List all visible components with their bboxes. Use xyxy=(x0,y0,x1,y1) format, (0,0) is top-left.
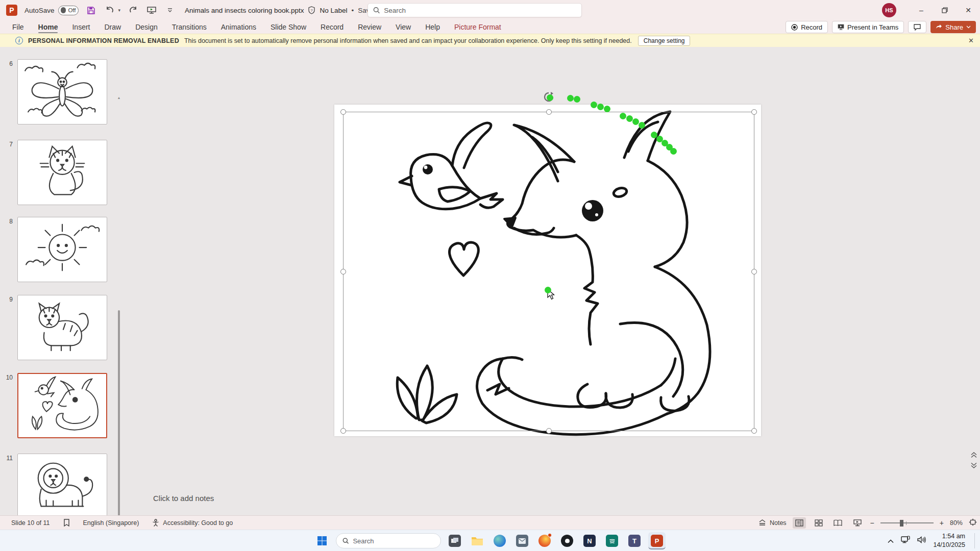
zoom-out-button[interactable]: − xyxy=(870,519,874,527)
tab-home[interactable]: Home xyxy=(31,21,65,33)
save-icon[interactable] xyxy=(86,5,97,16)
resize-handle-ne[interactable] xyxy=(751,109,757,115)
network-icon[interactable] xyxy=(901,536,910,546)
search-box[interactable] xyxy=(368,3,582,17)
slide-thumbnail-8[interactable]: 8 xyxy=(0,217,125,282)
ink-trail-dot xyxy=(632,118,639,125)
spotify-icon[interactable] xyxy=(603,532,621,549)
edge-browser-icon[interactable] xyxy=(491,532,508,549)
thumbnail-tiger[interactable] xyxy=(17,295,107,360)
tab-help[interactable]: Help xyxy=(418,21,447,33)
notion-icon[interactable]: N xyxy=(581,532,598,549)
powerpoint-taskbar-icon[interactable]: P xyxy=(648,532,666,549)
tab-file[interactable]: File xyxy=(5,21,31,33)
zoom-in-button[interactable]: + xyxy=(940,519,944,527)
minimize-button[interactable]: – xyxy=(910,0,933,20)
firefox-icon[interactable] xyxy=(536,532,553,549)
tab-draw[interactable]: Draw xyxy=(97,21,128,33)
tab-design[interactable]: Design xyxy=(128,21,165,33)
thumbnail-sun[interactable] xyxy=(17,217,107,282)
file-explorer-icon[interactable] xyxy=(469,532,486,549)
language-indicator[interactable]: English (Singapore) xyxy=(83,519,139,527)
slide-sorter-view-button[interactable] xyxy=(812,517,825,529)
slide-thumbnail-7[interactable]: 7 xyxy=(0,140,125,205)
notes-toggle[interactable]: Notes xyxy=(758,519,787,527)
share-button[interactable]: Share xyxy=(930,21,976,33)
task-view-icon[interactable] xyxy=(446,532,463,549)
slide-number: 10 xyxy=(0,373,17,438)
previous-slide-button[interactable] xyxy=(971,452,977,458)
picture-selection-box[interactable] xyxy=(343,112,754,431)
restore-button[interactable] xyxy=(933,0,957,20)
close-button[interactable]: ✕ xyxy=(957,0,980,20)
tab-view[interactable]: View xyxy=(388,21,418,33)
spellcheck-icon[interactable] xyxy=(63,519,70,527)
show-desktop-button[interactable] xyxy=(974,533,976,548)
volume-icon[interactable] xyxy=(917,536,926,545)
share-icon xyxy=(936,24,942,30)
normal-view-button[interactable] xyxy=(793,517,806,529)
start-slideshow-icon[interactable] xyxy=(146,5,157,16)
title-separator: • xyxy=(352,7,354,14)
slide-thumbnail-6[interactable]: 6 xyxy=(0,59,125,124)
toolbar-overflow-icon[interactable] xyxy=(164,5,176,16)
tray-chevron-icon[interactable] xyxy=(888,536,894,545)
tab-insert[interactable]: Insert xyxy=(65,21,97,33)
taskbar-clock[interactable]: 1:54 am 14/10/2025 xyxy=(933,532,965,549)
undo-icon[interactable] xyxy=(104,5,115,16)
thumbnail-cat[interactable] xyxy=(17,140,107,205)
start-button[interactable] xyxy=(313,532,331,549)
zoom-slider[interactable] xyxy=(880,522,934,523)
slideshow-view-button[interactable] xyxy=(851,517,864,529)
slide-thumbnail-panel: 6 7 xyxy=(0,47,125,515)
tab-slide-show[interactable]: Slide Show xyxy=(263,21,313,33)
teams-icon[interactable]: T xyxy=(626,532,643,549)
notification-close-icon[interactable]: ✕ xyxy=(968,37,974,44)
tab-review[interactable]: Review xyxy=(351,21,388,33)
resize-handle-nw[interactable] xyxy=(340,109,346,115)
github-icon[interactable] xyxy=(558,532,576,549)
next-slide-button[interactable] xyxy=(971,462,977,468)
redo-icon[interactable] xyxy=(128,5,139,16)
slide-thumbnail-10-selected[interactable]: 10 xyxy=(0,373,125,438)
tab-transitions[interactable]: Transitions xyxy=(165,21,214,33)
accessibility-status[interactable]: Accessibility: Good to go xyxy=(152,519,233,527)
present-in-teams-button[interactable]: Present in Teams xyxy=(832,21,904,33)
mail-icon[interactable] xyxy=(513,532,531,549)
undo-dropdown-chevron[interactable]: ▾ xyxy=(118,8,121,13)
resize-handle-se[interactable] xyxy=(751,428,757,434)
notification-bar: i PERSONAL INFORMATION REMOVAL ENABLED T… xyxy=(0,34,980,47)
zoom-level[interactable]: 80% xyxy=(950,519,963,527)
thumbnail-bird-fox[interactable] xyxy=(17,373,107,438)
tab-record[interactable]: Record xyxy=(313,21,351,33)
slide-thumbnail-11[interactable]: 11 xyxy=(0,454,125,519)
resize-handle-w[interactable] xyxy=(340,269,346,274)
resize-handle-e[interactable] xyxy=(751,269,757,274)
slide-indicator[interactable]: Slide 10 of 11 xyxy=(11,519,50,527)
resize-handle-sw[interactable] xyxy=(340,428,346,434)
thumbnail-butterfly[interactable] xyxy=(17,59,107,124)
autosave-toggle[interactable]: AutoSave Off xyxy=(24,6,79,15)
thumbnail-lion[interactable] xyxy=(17,454,107,519)
taskbar-search-input[interactable] xyxy=(353,537,434,545)
slide-thumbnail-9[interactable]: 9 xyxy=(0,295,125,360)
change-setting-button[interactable]: Change setting xyxy=(638,36,691,46)
account-avatar[interactable]: HS xyxy=(882,3,896,17)
taskbar-search-box[interactable] xyxy=(336,533,441,548)
reading-view-button[interactable] xyxy=(831,517,845,529)
fit-slide-to-window-button[interactable] xyxy=(969,518,977,528)
sensitivity-label[interactable]: No Label xyxy=(320,7,347,14)
slide-number: 7 xyxy=(0,140,17,205)
resize-handle-n[interactable] xyxy=(546,109,552,115)
zoom-slider-thumb[interactable] xyxy=(900,520,903,527)
scroll-up-icon[interactable]: ▲ xyxy=(117,96,121,100)
toggle-switch[interactable]: Off xyxy=(58,6,79,15)
comments-button[interactable] xyxy=(908,21,926,33)
record-button[interactable]: Record xyxy=(786,21,828,33)
resize-handle-s[interactable] xyxy=(546,428,552,434)
search-input[interactable] xyxy=(384,7,576,14)
notes-placeholder[interactable]: Click to add notes xyxy=(153,494,214,503)
panel-scrollbar[interactable]: ▲ ▼ xyxy=(117,96,121,551)
tab-animations[interactable]: Animations xyxy=(214,21,263,33)
tab-picture-format[interactable]: Picture Format xyxy=(447,21,508,33)
